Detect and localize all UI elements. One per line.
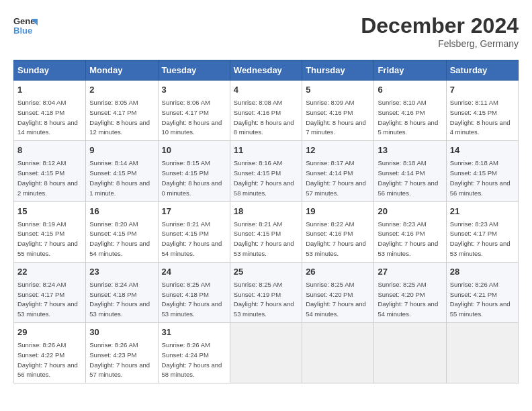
day-number: 15 (17, 205, 82, 218)
day-info: Sunrise: 8:25 AMSunset: 4:19 PMDaylight:… (234, 281, 294, 318)
day-number: 10 (162, 144, 226, 156)
day-number: 2 (89, 84, 154, 96)
day-info: Sunrise: 8:21 AMSunset: 4:15 PMDaylight:… (234, 220, 294, 257)
day-number: 1 (17, 84, 82, 96)
day-number: 4 (234, 84, 298, 96)
day-number: 3 (162, 84, 226, 96)
day-number: 24 (162, 266, 226, 278)
calendar-cell (230, 323, 302, 383)
calendar-week-row: 15 Sunrise: 8:19 AMSunset: 4:15 PMDaylig… (14, 201, 519, 262)
day-info: Sunrise: 8:20 AMSunset: 4:15 PMDaylight:… (89, 220, 150, 257)
day-of-week-header: Thursday (302, 60, 374, 81)
day-info: Sunrise: 8:25 AMSunset: 4:18 PMDaylight:… (162, 281, 222, 318)
day-number: 29 (17, 326, 82, 338)
day-info: Sunrise: 8:14 AMSunset: 4:15 PMDaylight:… (89, 159, 150, 196)
calendar-cell: 3 Sunrise: 8:06 AMSunset: 4:17 PMDayligh… (158, 81, 230, 141)
calendar-cell: 9 Sunrise: 8:14 AMSunset: 4:15 PMDayligh… (86, 141, 158, 201)
day-info: Sunrise: 8:15 AMSunset: 4:15 PMDaylight:… (162, 159, 222, 196)
calendar-cell: 24 Sunrise: 8:25 AMSunset: 4:18 PMDaylig… (158, 262, 230, 322)
day-info: Sunrise: 8:25 AMSunset: 4:20 PMDaylight:… (306, 281, 366, 318)
day-number: 5 (306, 84, 370, 96)
day-info: Sunrise: 8:09 AMSunset: 4:16 PMDaylight:… (306, 99, 366, 136)
calendar-cell: 2 Sunrise: 8:05 AMSunset: 4:17 PMDayligh… (86, 81, 158, 141)
day-number: 12 (306, 144, 370, 156)
day-of-week-header: Monday (86, 60, 158, 81)
calendar-cell: 14 Sunrise: 8:18 AMSunset: 4:15 PMDaylig… (446, 141, 518, 201)
page-header: General Blue December 2024 Felsberg, Ger… (13, 13, 519, 49)
day-info: Sunrise: 8:23 AMSunset: 4:17 PMDaylight:… (450, 220, 511, 257)
day-of-week-header: Tuesday (158, 60, 230, 81)
day-number: 8 (17, 144, 82, 156)
day-number: 9 (89, 144, 154, 156)
day-info: Sunrise: 8:26 AMSunset: 4:21 PMDaylight:… (450, 281, 511, 318)
day-number: 30 (89, 326, 154, 338)
day-number: 25 (234, 266, 298, 278)
day-of-week-header: Sunday (14, 60, 86, 81)
day-info: Sunrise: 8:19 AMSunset: 4:15 PMDaylight:… (17, 220, 78, 257)
calendar-cell: 18 Sunrise: 8:21 AMSunset: 4:15 PMDaylig… (230, 201, 302, 262)
logo-icon: General Blue (13, 13, 38, 38)
calendar-cell: 7 Sunrise: 8:11 AMSunset: 4:15 PMDayligh… (446, 81, 518, 141)
calendar-cell: 26 Sunrise: 8:25 AMSunset: 4:20 PMDaylig… (302, 262, 374, 322)
calendar-cell: 6 Sunrise: 8:10 AMSunset: 4:16 PMDayligh… (374, 81, 446, 141)
calendar-cell: 1 Sunrise: 8:04 AMSunset: 4:18 PMDayligh… (14, 81, 86, 141)
svg-text:Blue: Blue (13, 26, 32, 36)
calendar-cell: 10 Sunrise: 8:15 AMSunset: 4:15 PMDaylig… (158, 141, 230, 201)
calendar-cell: 22 Sunrise: 8:24 AMSunset: 4:17 PMDaylig… (14, 262, 86, 322)
day-number: 19 (306, 205, 370, 218)
day-info: Sunrise: 8:25 AMSunset: 4:20 PMDaylight:… (378, 281, 438, 318)
calendar-week-row: 1 Sunrise: 8:04 AMSunset: 4:18 PMDayligh… (14, 81, 519, 141)
day-number: 11 (234, 144, 298, 156)
calendar-cell: 20 Sunrise: 8:23 AMSunset: 4:16 PMDaylig… (374, 201, 446, 262)
day-info: Sunrise: 8:05 AMSunset: 4:17 PMDaylight:… (89, 99, 150, 136)
day-number: 31 (162, 326, 226, 338)
day-number: 23 (89, 266, 154, 278)
day-info: Sunrise: 8:18 AMSunset: 4:15 PMDaylight:… (450, 159, 511, 196)
month-title: December 2024 (361, 13, 519, 38)
day-info: Sunrise: 8:21 AMSunset: 4:15 PMDaylight:… (162, 220, 222, 257)
day-number: 16 (89, 205, 154, 218)
calendar-cell: 11 Sunrise: 8:16 AMSunset: 4:15 PMDaylig… (230, 141, 302, 201)
calendar-cell: 31 Sunrise: 8:26 AMSunset: 4:24 PMDaylig… (158, 323, 230, 383)
day-info: Sunrise: 8:08 AMSunset: 4:16 PMDaylight:… (234, 99, 294, 136)
day-info: Sunrise: 8:26 AMSunset: 4:22 PMDaylight:… (17, 341, 78, 378)
day-info: Sunrise: 8:12 AMSunset: 4:15 PMDaylight:… (17, 159, 78, 196)
day-number: 27 (378, 266, 442, 278)
day-number: 26 (306, 266, 370, 278)
day-number: 28 (450, 266, 515, 278)
calendar-cell: 21 Sunrise: 8:23 AMSunset: 4:17 PMDaylig… (446, 201, 518, 262)
day-info: Sunrise: 8:24 AMSunset: 4:18 PMDaylight:… (89, 281, 150, 318)
day-number: 7 (450, 84, 515, 96)
calendar-header-row: SundayMondayTuesdayWednesdayThursdayFrid… (14, 60, 519, 81)
calendar-cell: 4 Sunrise: 8:08 AMSunset: 4:16 PMDayligh… (230, 81, 302, 141)
calendar-table: SundayMondayTuesdayWednesdayThursdayFrid… (13, 60, 519, 383)
day-info: Sunrise: 8:18 AMSunset: 4:14 PMDaylight:… (378, 159, 438, 196)
day-info: Sunrise: 8:10 AMSunset: 4:16 PMDaylight:… (378, 99, 438, 136)
calendar-cell (374, 323, 446, 383)
calendar-cell: 30 Sunrise: 8:26 AMSunset: 4:23 PMDaylig… (86, 323, 158, 383)
calendar-week-row: 22 Sunrise: 8:24 AMSunset: 4:17 PMDaylig… (14, 262, 519, 322)
calendar-cell: 12 Sunrise: 8:17 AMSunset: 4:14 PMDaylig… (302, 141, 374, 201)
day-number: 22 (17, 266, 82, 278)
calendar-cell: 19 Sunrise: 8:22 AMSunset: 4:16 PMDaylig… (302, 201, 374, 262)
calendar-cell: 16 Sunrise: 8:20 AMSunset: 4:15 PMDaylig… (86, 201, 158, 262)
day-number: 6 (378, 84, 442, 96)
calendar-cell: 23 Sunrise: 8:24 AMSunset: 4:18 PMDaylig… (86, 262, 158, 322)
calendar-cell: 27 Sunrise: 8:25 AMSunset: 4:20 PMDaylig… (374, 262, 446, 322)
day-of-week-header: Wednesday (230, 60, 302, 81)
day-info: Sunrise: 8:06 AMSunset: 4:17 PMDaylight:… (162, 99, 222, 136)
calendar-cell: 5 Sunrise: 8:09 AMSunset: 4:16 PMDayligh… (302, 81, 374, 141)
day-info: Sunrise: 8:24 AMSunset: 4:17 PMDaylight:… (17, 281, 78, 318)
day-number: 20 (378, 205, 442, 218)
day-of-week-header: Friday (374, 60, 446, 81)
day-info: Sunrise: 8:04 AMSunset: 4:18 PMDaylight:… (17, 99, 78, 136)
day-number: 14 (450, 144, 515, 156)
day-number: 17 (162, 205, 226, 218)
calendar-cell: 25 Sunrise: 8:25 AMSunset: 4:19 PMDaylig… (230, 262, 302, 322)
calendar-cell: 29 Sunrise: 8:26 AMSunset: 4:22 PMDaylig… (14, 323, 86, 383)
logo: General Blue (13, 13, 38, 38)
calendar-cell: 17 Sunrise: 8:21 AMSunset: 4:15 PMDaylig… (158, 201, 230, 262)
calendar-cell: 13 Sunrise: 8:18 AMSunset: 4:14 PMDaylig… (374, 141, 446, 201)
day-info: Sunrise: 8:16 AMSunset: 4:15 PMDaylight:… (234, 159, 294, 196)
title-block: December 2024 Felsberg, Germany (361, 13, 519, 49)
